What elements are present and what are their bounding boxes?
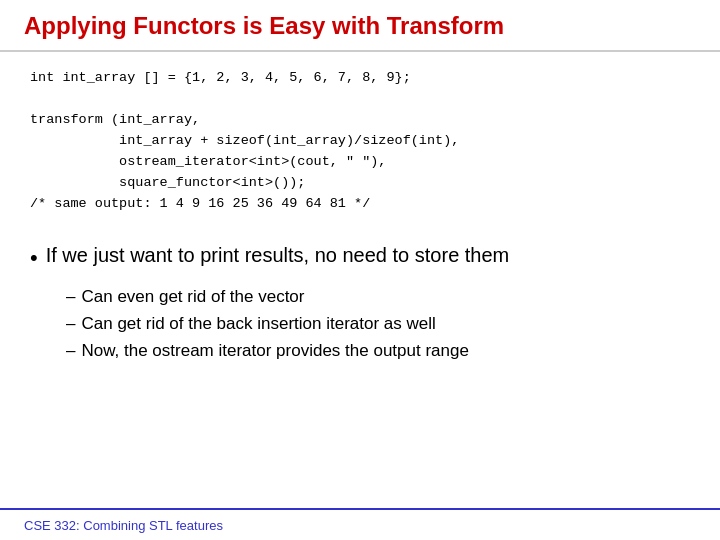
footer-bar: CSE 332: Combining STL features (0, 508, 720, 540)
code-block: int int_array [] = {1, 2, 3, 4, 5, 6, 7,… (30, 68, 690, 214)
title-bar: Applying Functors is Easy with Transform (0, 0, 720, 52)
bullet-dot: • (30, 244, 38, 273)
code-line-4: int_array + sizeof(int_array)/sizeof(int… (30, 131, 690, 152)
code-line-6: square_functor<int>()); (30, 173, 690, 194)
code-line-2 (30, 89, 690, 110)
sub-bullet-3-text: Now, the ostream iterator provides the o… (81, 337, 468, 364)
sub-bullet-2: – Can get rid of the back insertion iter… (66, 310, 690, 337)
sub-bullet-1: – Can even get rid of the vector (66, 283, 690, 310)
bullet-main: • If we just want to print results, no n… (30, 244, 690, 273)
code-line-5: ostream_iterator<int>(cout, " "), (30, 152, 690, 173)
slide-title: Applying Functors is Easy with Transform (24, 12, 504, 39)
code-line-3: transform (int_array, (30, 110, 690, 131)
slide: Applying Functors is Easy with Transform… (0, 0, 720, 540)
sub-bullet-1-text: Can even get rid of the vector (81, 283, 304, 310)
bullet-main-text: If we just want to print results, no nee… (46, 244, 510, 267)
code-line-7: /* same output: 1 4 9 16 25 36 49 64 81 … (30, 194, 690, 215)
dash-1: – (66, 283, 75, 310)
sub-bullet-2-text: Can get rid of the back insertion iterat… (81, 310, 435, 337)
sub-bullets: – Can even get rid of the vector – Can g… (66, 283, 690, 365)
dash-2: – (66, 310, 75, 337)
footer-text: CSE 332: Combining STL features (24, 518, 223, 533)
sub-bullet-3: – Now, the ostream iterator provides the… (66, 337, 690, 364)
content-area: int int_array [] = {1, 2, 3, 4, 5, 6, 7,… (0, 52, 720, 508)
dash-3: – (66, 337, 75, 364)
code-line-1: int int_array [] = {1, 2, 3, 4, 5, 6, 7,… (30, 68, 690, 89)
bullet-section: • If we just want to print results, no n… (30, 234, 690, 508)
